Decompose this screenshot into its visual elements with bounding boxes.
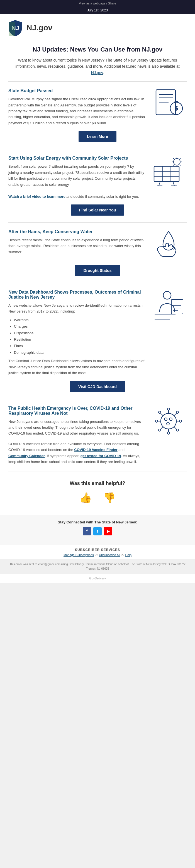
article-water-body: Despite recent rainfall, the State conti… [8, 237, 145, 255]
article-covid: The Public Health Emergency is Over, COV… [0, 399, 195, 472]
govdelivery-logo: GovDelivery [0, 574, 195, 583]
water-cta-container: Drought Status [8, 265, 187, 276]
helpful-title: Was this email helpful? [11, 480, 184, 486]
list-item: Warrants [14, 317, 145, 323]
article-budget-body: Governor Phil Murphy has signed the Fisc… [8, 96, 145, 126]
svg-point-54 [169, 418, 172, 421]
unsubscribe-link[interactable]: Unsubscribe All [99, 553, 120, 557]
svg-line-49 [160, 427, 163, 429]
article-budget-image: $ [151, 88, 187, 119]
budget-cta-container: Learn More [8, 131, 187, 142]
svg-line-15 [180, 165, 181, 165]
svg-line-24 [173, 182, 174, 186]
article-solar-title: Start Using Solar Energy with Community … [8, 156, 145, 161]
facebook-icon[interactable]: f [83, 527, 91, 535]
community-calendar-link[interactable]: Community Calendar [8, 454, 45, 458]
svg-point-53 [164, 418, 167, 421]
article-water-title: After the Rains, Keep Conserving Water [8, 229, 145, 234]
social-title: Stay Connected with The State of New Jer… [6, 520, 189, 524]
manage-subscriptions-link[interactable]: Manage Subscriptions [64, 553, 94, 557]
svg-rect-1 [9, 22, 15, 36]
email-wrapper: View as a webpage / Share July 1st, 2023… [0, 0, 195, 583]
solar-video-link[interactable]: Watch a brief video to learn more [8, 194, 65, 198]
svg-point-52 [176, 429, 178, 431]
site-name: NJ.gov [27, 23, 53, 32]
view-as-webpage-link[interactable]: View as a webpage [79, 2, 105, 5]
vaccine-finder-link[interactable]: COVID-19 Vaccine Finder [74, 448, 117, 452]
disclaimer: This email was sent to xxxxx@gmail.com u… [0, 559, 195, 574]
justice-bullet-list: Warrants Charges Dispositions Restitutio… [14, 317, 145, 356]
svg-point-50 [159, 429, 161, 431]
date-text: July 1st, 2023 [87, 8, 108, 12]
article-justice-body-intro: A new website allows New Jerseyans to re… [8, 303, 145, 314]
hero-section: NJ Updates: News You Can Use from NJ.gov… [0, 39, 195, 81]
subscriber-title: SUBSCRIBER SERVICES [6, 548, 189, 552]
article-justice-title: New Data Dashboard Shows Processes, Outc… [8, 290, 145, 300]
article-covid-body-p2: COVID-19 vaccines remain free and availa… [8, 441, 145, 465]
share-link[interactable]: Share [108, 2, 116, 5]
svg-point-38 [167, 408, 170, 410]
svg-line-45 [160, 413, 163, 415]
twitter-icon[interactable]: t [93, 527, 102, 535]
svg-line-16 [180, 158, 181, 159]
date-bar: July 1st, 2023 [0, 7, 195, 14]
article-budget: State Budget Passed Governor Phil Murphy… [0, 82, 195, 149]
subscriber-section: SUBSCRIBER SERVICES Manage Subscriptions… [0, 545, 195, 559]
svg-line-14 [173, 158, 174, 159]
nj-gov-hero-link[interactable]: NJ.gov [91, 70, 103, 75]
learn-more-button[interactable]: Learn More [78, 131, 116, 142]
article-solar-body: Benefit from solar power ? without insta… [8, 163, 145, 199]
svg-point-40 [167, 432, 170, 434]
svg-point-36 [161, 413, 176, 429]
list-item: Fines [14, 343, 145, 349]
article-covid-text: The Public Health Emergency is Over, COV… [8, 406, 145, 465]
drought-status-button[interactable]: Drought Status [75, 265, 120, 276]
article-budget-title: State Budget Passed [8, 88, 145, 93]
article-justice-body-outro: The Criminal Justice Data Dashboard allo… [8, 358, 145, 376]
svg-line-47 [174, 413, 176, 415]
article-justice-text: New Data Dashboard Shows Processes, Outc… [8, 290, 145, 376]
nj-shield-icon: NJ [8, 20, 22, 36]
find-solar-button[interactable]: Find Solar Near You [71, 205, 125, 216]
article-budget-text: State Budget Passed Governor Phil Murphy… [8, 88, 145, 126]
svg-text:$: $ [175, 105, 178, 112]
svg-line-51 [174, 427, 176, 429]
list-item: Restitution [14, 336, 145, 343]
hero-title: NJ Updates: News You Can Use from NJ.gov [11, 46, 184, 53]
article-solar: Start Using Solar Energy with Community … [0, 149, 195, 222]
thumbs-up-icon[interactable]: 👍 [79, 492, 92, 504]
list-item: Demographic data [14, 349, 145, 356]
article-covid-image [151, 406, 187, 436]
article-water: After the Rains, Keep Conserving Water D… [0, 223, 195, 283]
svg-rect-2 [156, 90, 175, 115]
thumbs-row: 👍 👎 [11, 492, 184, 504]
visit-cjd-button[interactable]: Visit CJD Dashboard [70, 381, 125, 392]
hero-description: Want to know about current topics in New… [11, 57, 184, 76]
svg-point-44 [180, 420, 182, 422]
disclaimer-text: This email was sent to xxxxx@gmail.com u… [9, 563, 185, 570]
solar-cta-container: Find Solar Near You [8, 205, 187, 216]
get-tested-link[interactable]: get tested for COVID-19 [80, 454, 121, 458]
svg-point-27 [163, 291, 171, 299]
article-water-image [151, 229, 187, 260]
youtube-icon[interactable]: ▶ [104, 527, 112, 535]
article-justice: New Data Dashboard Shows Processes, Outc… [0, 283, 195, 399]
justice-cta-container: Visit CJD Dashboard [8, 381, 187, 392]
svg-point-48 [176, 411, 178, 413]
thumbs-down-icon[interactable]: 👎 [103, 492, 116, 504]
svg-line-17 [173, 165, 174, 165]
article-water-text: After the Rains, Keep Conserving Water D… [8, 229, 145, 255]
article-justice-image [151, 290, 187, 320]
list-item: Charges [14, 323, 145, 330]
article-covid-body-p1: New Jerseyans are encouraged to continue… [8, 419, 145, 436]
help-link[interactable]: Help [125, 553, 131, 557]
svg-point-42 [156, 420, 158, 422]
list-item: Dispositions [14, 330, 145, 336]
social-icons: f t ▶ [6, 527, 189, 535]
article-covid-title: The Public Health Emergency is Over, COV… [8, 406, 145, 416]
svg-point-55 [167, 422, 169, 425]
svg-point-9 [173, 158, 180, 165]
nj-logo: NJ [8, 20, 22, 36]
article-solar-image [151, 156, 187, 186]
subscriber-links: Manage Subscriptions ?? Unsubscribe All … [6, 553, 189, 557]
